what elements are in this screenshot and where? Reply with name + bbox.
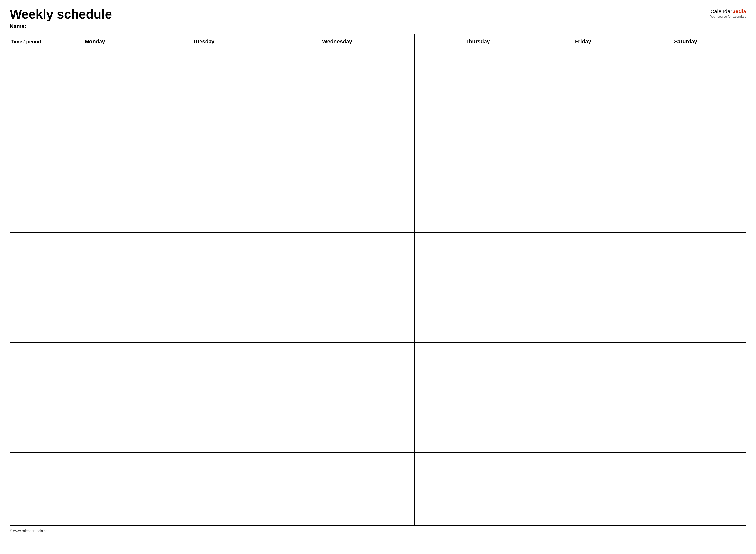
time-cell (10, 196, 42, 232)
day-cell (415, 342, 541, 379)
day-cell (541, 269, 626, 306)
day-cell (148, 379, 260, 416)
day-cell (541, 122, 626, 159)
day-cell (541, 196, 626, 232)
day-cell (626, 416, 746, 452)
table-row (10, 269, 746, 306)
day-cell (148, 196, 260, 232)
day-cell (148, 86, 260, 122)
col-header-saturday: Saturday (626, 34, 746, 49)
day-cell (148, 416, 260, 452)
day-cell (148, 269, 260, 306)
table-row (10, 379, 746, 416)
table-row (10, 489, 746, 525)
day-cell (541, 232, 626, 269)
day-cell (541, 306, 626, 342)
day-cell (415, 269, 541, 306)
page-header: Weekly schedule Calendarpedia Your sourc… (10, 7, 746, 21)
day-cell (148, 122, 260, 159)
day-cell (42, 489, 148, 525)
day-cell (541, 86, 626, 122)
day-cell (626, 269, 746, 306)
day-cell (260, 196, 415, 232)
day-cell (148, 342, 260, 379)
day-cell (626, 86, 746, 122)
day-cell (626, 452, 746, 489)
day-cell (42, 379, 148, 416)
day-cell (260, 416, 415, 452)
time-cell (10, 49, 42, 86)
col-header-wednesday: Wednesday (260, 34, 415, 49)
table-header-row: Time / period Monday Tuesday Wednesday T… (10, 34, 746, 49)
time-cell (10, 232, 42, 269)
table-row (10, 86, 746, 122)
table-row (10, 159, 746, 196)
day-cell (415, 416, 541, 452)
col-header-monday: Monday (42, 34, 148, 49)
day-cell (415, 232, 541, 269)
day-cell (148, 159, 260, 196)
day-cell (42, 159, 148, 196)
day-cell (260, 379, 415, 416)
day-cell (626, 306, 746, 342)
day-cell (626, 342, 746, 379)
logo: Calendarpedia Your source for calendars (710, 8, 746, 18)
day-cell (260, 49, 415, 86)
day-cell (415, 86, 541, 122)
table-row (10, 196, 746, 232)
day-cell (260, 452, 415, 489)
time-cell (10, 269, 42, 306)
day-cell (541, 416, 626, 452)
schedule-table: Time / period Monday Tuesday Wednesday T… (10, 34, 746, 526)
day-cell (148, 49, 260, 86)
day-cell (148, 232, 260, 269)
day-cell (541, 452, 626, 489)
day-cell (541, 342, 626, 379)
col-header-tuesday: Tuesday (148, 34, 260, 49)
logo-pedia: pedia (732, 8, 746, 14)
day-cell (626, 159, 746, 196)
time-cell (10, 306, 42, 342)
day-cell (42, 232, 148, 269)
name-label: Name: (10, 23, 746, 30)
day-cell (260, 232, 415, 269)
day-cell (626, 232, 746, 269)
time-cell (10, 416, 42, 452)
table-row (10, 122, 746, 159)
time-cell (10, 342, 42, 379)
day-cell (42, 342, 148, 379)
logo-text: Calendarpedia (710, 8, 746, 14)
day-cell (415, 159, 541, 196)
day-cell (260, 342, 415, 379)
logo-calendar: Calendar (710, 8, 732, 14)
day-cell (541, 489, 626, 525)
day-cell (260, 159, 415, 196)
day-cell (626, 122, 746, 159)
table-row (10, 452, 746, 489)
day-cell (148, 489, 260, 525)
day-cell (541, 159, 626, 196)
day-cell (415, 306, 541, 342)
table-row (10, 306, 746, 342)
logo-subtitle: Your source for calendars (710, 15, 746, 18)
day-cell (42, 196, 148, 232)
day-cell (415, 196, 541, 232)
day-cell (42, 416, 148, 452)
day-cell (626, 196, 746, 232)
day-cell (626, 49, 746, 86)
day-cell (541, 379, 626, 416)
day-cell (415, 49, 541, 86)
time-cell (10, 452, 42, 489)
day-cell (42, 269, 148, 306)
day-cell (260, 122, 415, 159)
time-cell (10, 86, 42, 122)
day-cell (42, 306, 148, 342)
time-cell (10, 379, 42, 416)
day-cell (42, 452, 148, 489)
day-cell (260, 306, 415, 342)
day-cell (626, 489, 746, 525)
col-header-thursday: Thursday (415, 34, 541, 49)
day-cell (42, 86, 148, 122)
footer-url: © www.calendarpedia.com (10, 529, 746, 533)
day-cell (148, 452, 260, 489)
